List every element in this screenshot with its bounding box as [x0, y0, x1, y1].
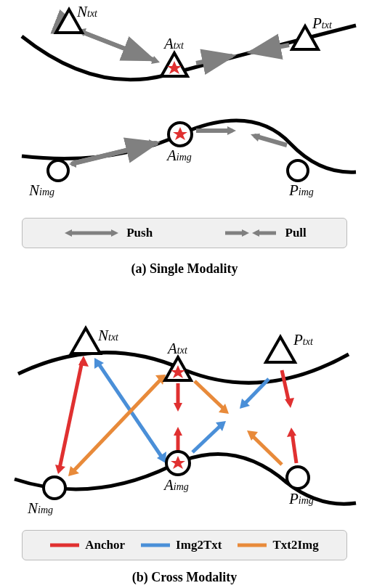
circle-pimg	[288, 160, 308, 181]
pull-arrow-icon	[222, 227, 280, 239]
svg-marker-17	[252, 229, 259, 237]
legend-pull-label: Pull	[285, 226, 307, 240]
svg-marker-9	[227, 126, 236, 135]
label-pimg: Pimg	[289, 181, 314, 200]
push-arrow-icon	[62, 227, 121, 239]
svg-marker-18	[55, 465, 65, 474]
legend-anchor: Anchor	[50, 538, 125, 552]
svg-line-20	[282, 370, 289, 403]
triangle-ptxt-b	[266, 337, 295, 362]
diagram-b-svg	[0, 290, 369, 559]
label-atxt-b: Atxt	[168, 340, 187, 358]
svg-marker-25	[174, 403, 182, 412]
label-ptxt-b: Ptxt	[293, 331, 313, 349]
circle-nimg	[48, 160, 68, 181]
legend-anchor-label: Anchor	[85, 538, 125, 552]
caption-b: (b) Cross Modality	[0, 570, 369, 585]
legend-img2txt-label: Img2Txt	[176, 538, 222, 552]
svg-line-22	[292, 433, 296, 463]
triangle-ntxt-b	[71, 328, 100, 354]
circle-nimg-b	[44, 477, 65, 499]
svg-line-36	[195, 381, 225, 410]
label-aimg-b: Aimg	[164, 476, 189, 494]
svg-marker-21	[285, 398, 294, 408]
legend-txt2img-label: Txt2Img	[272, 538, 318, 552]
svg-line-38	[251, 434, 282, 465]
panel-single-modality: Ntxt Ptxt Atxt Aimg Nimg Pimg Push	[0, 0, 369, 290]
label-ntxt-b: Ntxt	[98, 327, 118, 345]
svg-line-6	[82, 32, 155, 60]
caption-a: (a) Single Modality	[0, 261, 369, 277]
legend-push: Push	[62, 226, 153, 240]
arrow-anchor-n	[60, 362, 82, 468]
circle-pimg-b	[287, 467, 309, 489]
label-ptxt: Ptxt	[312, 15, 332, 33]
anchor-line-icon	[50, 542, 79, 549]
label-nimg-b: Nimg	[28, 499, 53, 518]
svg-marker-15	[242, 229, 249, 237]
legend-txt2img: Txt2Img	[238, 538, 318, 552]
label-pimg-b: Pimg	[289, 490, 314, 508]
txt2img-line-icon	[238, 542, 267, 549]
svg-marker-19	[78, 356, 89, 367]
svg-marker-23	[287, 428, 296, 437]
svg-marker-10	[251, 134, 260, 142]
svg-line-5	[71, 143, 158, 164]
legend-push-label: Push	[126, 226, 153, 240]
svg-marker-13	[111, 229, 118, 237]
legend-b: Anchor Img2Txt Txt2Img	[22, 530, 347, 560]
label-atxt: Atxt	[164, 35, 184, 53]
legend-img2txt: Img2Txt	[141, 538, 222, 552]
svg-line-30	[192, 425, 222, 452]
svg-marker-27	[174, 427, 182, 436]
label-ntxt: Ntxt	[77, 3, 97, 21]
legend-pull: Pull	[222, 226, 307, 240]
svg-marker-12	[65, 229, 72, 237]
img2txt-line-icon	[141, 542, 170, 549]
label-aimg: Aimg	[167, 147, 192, 165]
panel-cross-modality: Ntxt Ptxt Atxt Aimg Nimg Pimg Anchor Img…	[0, 290, 369, 588]
label-nimg: Nimg	[29, 181, 54, 200]
legend-a: Push Pull	[22, 218, 347, 248]
